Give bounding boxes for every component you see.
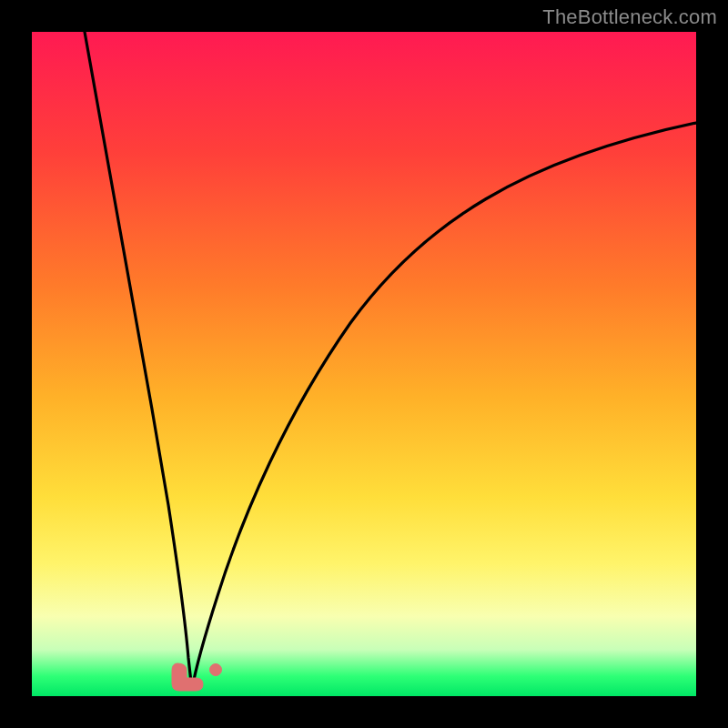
plot-area xyxy=(32,32,696,696)
curve-left-branch xyxy=(85,32,192,689)
watermark: TheBottleneck.com xyxy=(542,5,717,29)
valley-blob xyxy=(172,663,203,691)
curve-right-branch xyxy=(192,123,696,689)
valley-dot xyxy=(210,664,222,676)
chart-frame: TheBottleneck.com xyxy=(0,0,728,728)
bottleneck-curve xyxy=(32,32,696,696)
